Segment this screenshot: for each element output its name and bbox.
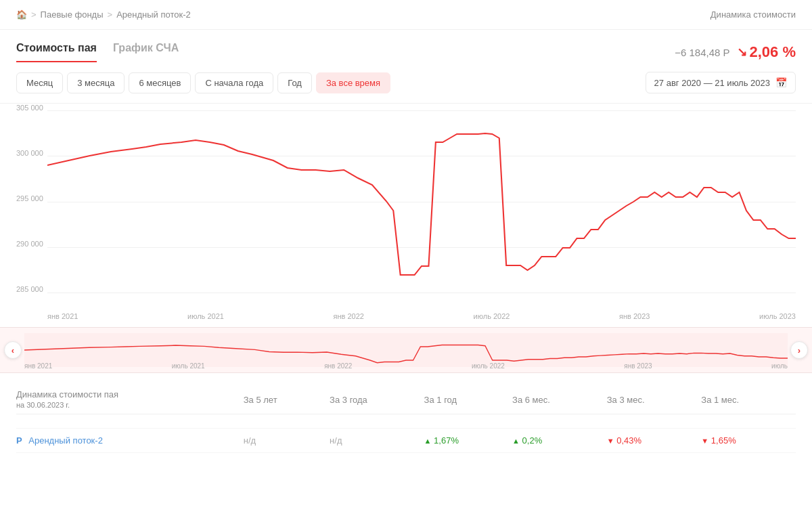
y-label-0: 305 000: [16, 104, 43, 112]
val-1m: 1,65%: [711, 435, 736, 446]
period-buttons: Месяц 3 месяца 6 месяцев С начала года Г…: [16, 72, 390, 93]
tab-nva[interactable]: График СЧА: [113, 42, 179, 62]
period-btn-ytd[interactable]: С начала года: [195, 72, 273, 93]
minimap-x-axis: янв 2021 июль 2021 янв 2022 июль 2022 ян…: [24, 362, 788, 370]
cell-3m: ▼ 0,43%: [607, 429, 702, 453]
val-1y: 1,67%: [434, 435, 459, 446]
tabs-left: Стоимость пая График СЧА: [16, 42, 195, 62]
breadcrumb-right: Динамика стоимости: [710, 9, 796, 20]
breadcrumb-current: Арендный поток-2: [116, 9, 191, 20]
arrow-up-icon-6m: ▲: [512, 437, 520, 445]
th-1month: За 1 мес.: [701, 385, 796, 414]
minimap-x-4: янв 2023: [624, 362, 652, 370]
x-label-5: июль 2023: [759, 312, 796, 320]
val-3m: 0,43%: [616, 435, 641, 446]
arrow-down-icon-3m: ▼: [607, 437, 614, 445]
th-5years: За 5 лет: [244, 385, 330, 414]
arrow-down-icon: ↘: [737, 45, 747, 60]
cell-1y: ▲ 1,67%: [424, 429, 512, 453]
calendar-icon: 📅: [775, 77, 787, 88]
x-axis: янв 2021 июль 2021 янв 2022 июль 2022 ян…: [47, 312, 796, 320]
period-btn-6month[interactable]: 6 месяцев: [129, 72, 191, 93]
minimap-nav-right[interactable]: ›: [790, 341, 808, 359]
th-3years: За 3 года: [330, 385, 424, 414]
x-label-3: июль 2022: [474, 312, 510, 320]
x-label-1: июль 2021: [187, 312, 224, 320]
breadcrumb: 🏠 > Паевые фонды > Арендный поток-2 Дина…: [0, 0, 812, 30]
table-section: Динамика стоимости паяна 30.06.2023 г. З…: [0, 373, 812, 465]
minimap-x-2: янв 2022: [324, 362, 352, 370]
change-pct: ↘ 2,06 %: [737, 43, 796, 61]
fund-logo: Р: [16, 435, 22, 446]
breadcrumb-left: 🏠 > Паевые фонды > Арендный поток-2: [16, 9, 191, 20]
chart-svg: [47, 110, 796, 293]
minimap-x-0: янв 2021: [24, 362, 52, 370]
table-row: Р Арендный поток-2 н/д н/д ▲ 1,67% ▲ 0,2…: [16, 429, 796, 453]
table-header-row: Динамика стоимости паяна 30.06.2023 г. З…: [16, 385, 796, 414]
minimap: ‹ янв 2021 июль 2021 янв 2022 июль 2022 …: [0, 327, 812, 373]
x-label-0: янв 2021: [47, 312, 78, 320]
period-btn-3month[interactable]: 3 месяца: [67, 72, 125, 93]
data-table: Динамика стоимости паяна 30.06.2023 г. З…: [16, 385, 796, 453]
x-label-4: янв 2023: [619, 312, 650, 320]
period-btn-all[interactable]: За все время: [316, 72, 390, 93]
y-label-1: 300 000: [16, 149, 43, 157]
val-6m: 0,2%: [522, 435, 543, 446]
th-3months: За 3 мес.: [607, 385, 702, 414]
y-axis: 305 000 300 000 295 000 290 000 285 000: [16, 104, 43, 293]
cell-1m: ▼ 1,65%: [701, 429, 796, 453]
cell-5y: н/д: [244, 429, 330, 453]
fund-link[interactable]: Арендный поток-2: [28, 435, 103, 446]
period-bar: Месяц 3 месяца 6 месяцев С начала года Г…: [0, 62, 812, 104]
th-6months: За 6 мес.: [512, 385, 607, 414]
minimap-x-3: июль 2022: [472, 362, 505, 370]
th-fund-name: Динамика стоимости паяна 30.06.2023 г.: [16, 385, 244, 414]
cell-3y: н/д: [330, 429, 424, 453]
fund-cell: Р Арендный поток-2: [16, 429, 244, 453]
date-range-picker[interactable]: 27 авг 2020 — 21 июль 2023 📅: [646, 72, 796, 93]
tab-cost[interactable]: Стоимость пая: [16, 42, 97, 62]
home-icon[interactable]: 🏠: [16, 9, 27, 20]
header-right: −6 184,48 Р ↘ 2,06 %: [675, 43, 796, 61]
minimap-nav-left[interactable]: ‹: [4, 341, 22, 359]
x-label-2: янв 2022: [334, 312, 364, 320]
minimap-x-1: июль 2021: [172, 362, 205, 370]
chart-area: 305 000 300 000 295 000 290 000 285 000 …: [0, 104, 812, 327]
change-rub: −6 184,48 Р: [675, 47, 729, 58]
breadcrumb-sep2: >: [108, 9, 113, 20]
arrow-down-icon-1m: ▼: [701, 437, 708, 445]
tabs-header: Стоимость пая График СЧА −6 184,48 Р ↘ 2…: [0, 30, 812, 62]
arrow-up-icon: ▲: [424, 437, 432, 445]
y-label-3: 290 000: [16, 240, 43, 248]
date-range-text: 27 авг 2020 — 21 июль 2023: [654, 78, 770, 88]
th-1year: За 1 год: [424, 385, 512, 414]
y-label-4: 285 000: [16, 285, 43, 293]
breadcrumb-sep1: >: [31, 9, 37, 20]
period-btn-month[interactable]: Месяц: [16, 72, 63, 93]
y-label-2: 295 000: [16, 194, 43, 202]
minimap-x-5: июль: [771, 362, 788, 370]
breadcrumb-link-funds[interactable]: Паевые фонды: [41, 9, 104, 20]
th-fund-label: Динамика стоимости паяна 30.06.2023 г.: [16, 389, 118, 410]
period-btn-year[interactable]: Год: [277, 72, 312, 93]
cell-6m: ▲ 0,2%: [512, 429, 607, 453]
